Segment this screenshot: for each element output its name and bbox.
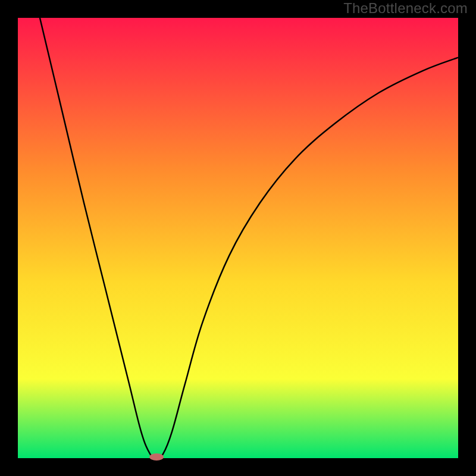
watermark-text: TheBottleneck.com	[343, 0, 468, 17]
min-point-marker	[149, 453, 164, 461]
chart-frame: TheBottleneck.com	[0, 0, 476, 476]
bottleneck-chart	[0, 0, 476, 476]
